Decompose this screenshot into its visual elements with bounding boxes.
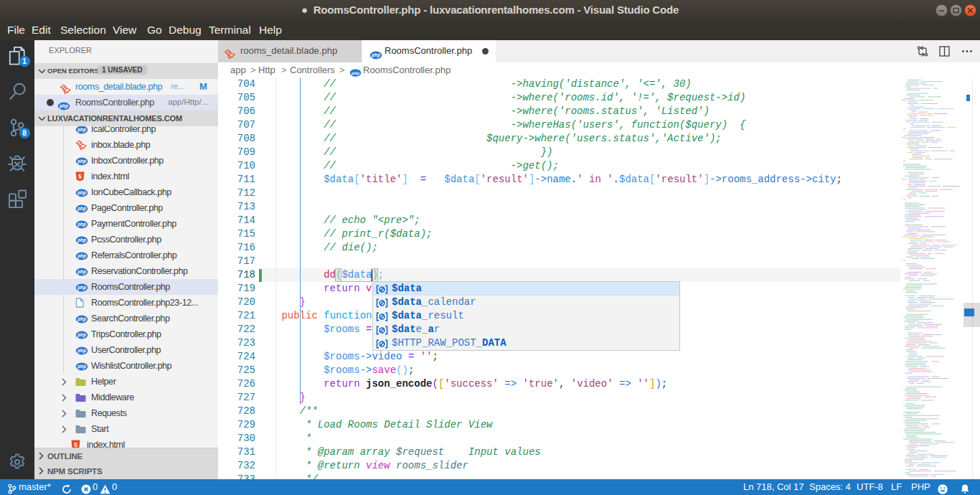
svg-text:php: php [77,206,86,212]
svg-text:php: php [77,159,86,164]
svg-text:php: php [77,332,86,338]
svg-text:5: 5 [78,174,82,180]
svg-text:php: php [77,222,86,227]
svg-text:php: php [77,269,86,275]
svg-text:php: php [77,348,86,354]
svg-text:5: 5 [74,442,77,448]
svg-text:php: php [77,237,86,243]
svg-text:php: php [59,103,68,109]
svg-text:php: php [77,364,86,369]
svg-text:php: php [77,253,86,259]
svg-text:php: php [371,52,380,58]
svg-text:php: php [77,127,86,133]
svg-text:php: php [351,71,359,75]
svg-text:php: php [77,190,86,196]
svg-text:php: php [77,316,86,322]
svg-text:php: php [77,285,86,291]
